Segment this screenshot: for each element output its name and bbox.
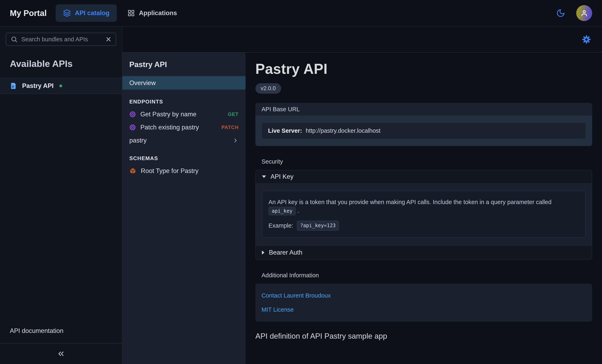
- server-url: http://pastry.docker.localhost: [306, 127, 380, 134]
- additional-info-card: Contact Laurent Broudoux MIT License: [255, 284, 592, 322]
- content-row: Pastry API Overview ENDPOINTS Get Pastry…: [122, 52, 602, 364]
- schema-label: Root Type for Pastry: [141, 167, 239, 175]
- left-sidebar: Available APIs Pastry API API documentat…: [0, 27, 122, 364]
- search-icon: [11, 36, 18, 43]
- description-text: An API key is a token that you provide w…: [269, 199, 551, 205]
- live-server-row: Live Server: http://pastry.docker.localh…: [262, 123, 586, 139]
- api-base-url-body: Live Server: http://pastry.docker.localh…: [255, 115, 592, 146]
- api-nav-sidebar: Pastry API Overview ENDPOINTS Get Pastry…: [122, 52, 246, 364]
- sidebar-spacer: [0, 94, 122, 327]
- accordion-label: API Key: [270, 173, 293, 180]
- sidebar-collapse-button[interactable]: [0, 343, 122, 364]
- available-apis-heading: Available APIs: [10, 59, 122, 69]
- moon-icon[interactable]: [556, 9, 565, 18]
- example-code-chip: ?api_key=123: [297, 221, 339, 231]
- gear-icon[interactable]: [581, 35, 591, 44]
- example-line: Example: ?api_key=123: [269, 221, 579, 231]
- group-label: pastry: [129, 137, 228, 144]
- accordion-api-key[interactable]: API Key: [256, 170, 592, 183]
- nav-tab-api-catalog[interactable]: API catalog: [56, 4, 117, 22]
- chevron-right-icon: [232, 137, 239, 144]
- grid-icon: [128, 10, 135, 17]
- right-column: Pastry API Overview ENDPOINTS Get Pastry…: [122, 27, 602, 364]
- api-key-code-chip: api_key: [269, 207, 296, 215]
- endpoints-heading: ENDPOINTS: [129, 99, 246, 105]
- license-link[interactable]: MIT License: [261, 306, 294, 313]
- content-header-bar: [122, 27, 602, 52]
- security-card: API Key An API key is a token that you p…: [255, 170, 592, 260]
- target-icon: [129, 111, 136, 118]
- nav-tab-applications[interactable]: Applications: [120, 4, 184, 22]
- security-heading: Security: [261, 158, 592, 165]
- additional-info-heading: Additional Information: [261, 272, 592, 279]
- brand-title[interactable]: My Portal: [10, 9, 47, 18]
- sidebar-item-pastry-api[interactable]: Pastry API: [0, 78, 122, 94]
- nav-tab-label: Applications: [139, 10, 177, 17]
- app-window: My Portal API catalog Applications: [0, 0, 602, 364]
- target-icon: [129, 124, 136, 131]
- cube-icon: [129, 167, 136, 175]
- endpoint-label: Patch existing pastry: [140, 124, 217, 131]
- api-definition-text: API definition of API Pastry sample app: [255, 332, 592, 341]
- search-area: [0, 27, 122, 46]
- nav-item-overview[interactable]: Overview: [122, 76, 246, 90]
- api-item-label: Pastry API: [22, 82, 54, 90]
- nav-item-pastry-group[interactable]: pastry: [122, 134, 246, 147]
- file-icon: [10, 82, 17, 90]
- nav-item-root-type-schema[interactable]: Root Type for Pastry: [122, 164, 246, 177]
- schemas-heading: SCHEMAS: [129, 155, 246, 162]
- nav-tab-label: API catalog: [75, 10, 109, 17]
- main-content: Pastry API v2.0.0 API Base URL Live Serv…: [246, 52, 602, 364]
- chevrons-left-icon: [57, 350, 65, 358]
- endpoint-label: Get Pastry by name: [140, 111, 224, 118]
- accordion-bearer-auth[interactable]: Bearer Auth: [256, 245, 592, 259]
- x-icon[interactable]: [106, 36, 111, 42]
- version-badge: v2.0.0: [255, 83, 281, 94]
- api-base-url-card: API Base URL Live Server: http://pastry.…: [255, 103, 592, 146]
- caret-down-icon: [262, 176, 266, 178]
- caret-right-icon: [262, 250, 264, 255]
- nav-item-patch-pastry[interactable]: Patch existing pastry PATCH: [122, 121, 246, 134]
- page-title: Pastry API: [255, 61, 592, 77]
- navbar: My Portal API catalog Applications: [0, 0, 602, 27]
- description-suffix: .: [297, 207, 299, 214]
- example-label: Example:: [269, 221, 293, 230]
- body: Available APIs Pastry API API documentat…: [0, 27, 602, 364]
- api-base-url-header: API Base URL: [255, 103, 592, 115]
- layers-icon: [63, 9, 71, 17]
- accordion-label: Bearer Auth: [269, 249, 302, 256]
- search-box: [6, 33, 116, 46]
- api-key-description-box: An API key is a token that you provide w…: [262, 191, 586, 238]
- api-documentation-link[interactable]: API documentation: [0, 327, 122, 343]
- user-avatar[interactable]: [576, 5, 592, 21]
- contact-link[interactable]: Contact Laurent Broudoux: [261, 292, 331, 299]
- navbar-actions: [556, 5, 592, 21]
- api-key-description: An API key is a token that you provide w…: [269, 198, 579, 215]
- method-badge-patch: PATCH: [221, 125, 239, 130]
- method-badge-get: GET: [228, 112, 239, 117]
- server-label: Live Server:: [268, 127, 302, 134]
- api-nav-title: Pastry API: [122, 52, 246, 76]
- api-key-panel: An API key is a token that you provide w…: [256, 183, 592, 245]
- user-icon: [580, 9, 589, 17]
- online-status-dot: [59, 84, 62, 87]
- search-input[interactable]: [21, 36, 102, 43]
- nav-item-get-pastry[interactable]: Get Pastry by name GET: [122, 108, 246, 121]
